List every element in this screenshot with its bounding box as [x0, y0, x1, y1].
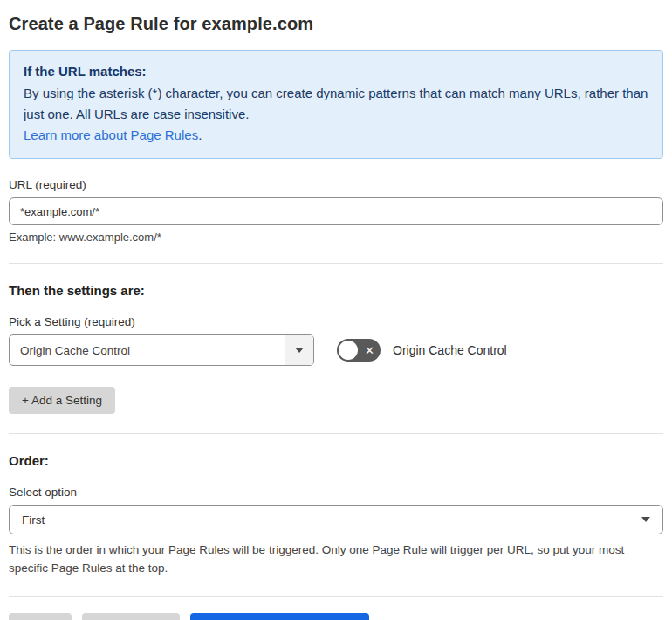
toggle-knob: [339, 341, 358, 360]
footer-actions: Cancel Save as Draft Save and Deploy Pag…: [9, 613, 663, 620]
setting-select-value: Origin Cache Control: [10, 335, 285, 365]
cancel-button[interactable]: Cancel: [9, 613, 72, 620]
save-as-draft-button[interactable]: Save as Draft: [82, 613, 180, 620]
setting-row: Origin Cache Control ✕ Origin Cache Cont…: [9, 334, 663, 366]
create-page-rule-form: Create a Page Rule for example.com If th…: [0, 0, 672, 620]
chevron-down-icon: [641, 517, 650, 522]
order-select-label: Select option: [9, 486, 663, 499]
url-example-helper: Example: www.example.com/*: [9, 231, 663, 244]
learn-more-link[interactable]: Learn more about Page Rules: [24, 127, 198, 142]
page-title: Create a Page Rule for example.com: [9, 14, 663, 34]
toggle-off-x-icon: ✕: [365, 345, 374, 356]
origin-cache-toggle-wrap: ✕ Origin Cache Control: [337, 339, 507, 362]
order-section-heading: Order:: [9, 453, 663, 468]
divider: [9, 263, 663, 264]
origin-cache-toggle[interactable]: ✕: [337, 339, 381, 362]
order-select-value: First: [22, 513, 641, 527]
save-and-deploy-button[interactable]: Save and Deploy Page Rule: [190, 613, 370, 620]
setting-select-arrow-button[interactable]: [285, 335, 313, 365]
info-box-heading: If the URL matches:: [24, 61, 648, 82]
order-helper-text: This is the order in which your Page Rul…: [9, 541, 663, 577]
link-suffix: .: [198, 127, 202, 142]
chevron-down-icon: [295, 348, 304, 353]
settings-section-heading: Then the settings are:: [9, 283, 663, 298]
info-box-body: By using the asterisk (*) character, you…: [24, 83, 648, 125]
setting-select[interactable]: Origin Cache Control: [9, 334, 314, 366]
url-match-info-box: If the URL matches: By using the asteris…: [9, 50, 663, 159]
order-select[interactable]: First: [9, 505, 663, 534]
pick-setting-label: Pick a Setting (required): [9, 315, 663, 328]
divider: [9, 433, 663, 434]
url-field-label: URL (required): [9, 178, 663, 191]
url-input[interactable]: [9, 197, 663, 225]
info-box-link-row: Learn more about Page Rules.: [24, 125, 648, 146]
divider: [9, 596, 663, 597]
toggle-label: Origin Cache Control: [393, 343, 507, 357]
add-setting-button[interactable]: + Add a Setting: [9, 387, 115, 414]
